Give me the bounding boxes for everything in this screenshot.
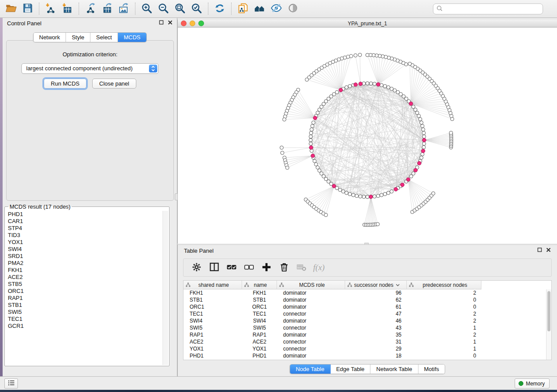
mcds-result-item[interactable]: ORC1 — [8, 288, 169, 295]
cell-successor-nodes[interactable]: 18 — [345, 352, 407, 359]
search-box[interactable] — [433, 3, 543, 14]
cell-name[interactable]: FKH1 — [242, 289, 277, 296]
float-panel-icon[interactable] — [159, 20, 164, 26]
mcds-result-item[interactable]: TEC1 — [8, 316, 169, 323]
mcds-result-item[interactable]: GCR1 — [8, 323, 169, 330]
import-network-button[interactable] — [42, 1, 59, 16]
cell-name[interactable]: ORC1 — [242, 303, 277, 310]
mcds-result-item[interactable]: STB5 — [8, 281, 169, 288]
mcds-result-item[interactable]: YOX1 — [8, 239, 169, 246]
cell-predecessor-nodes[interactable]: 2 — [407, 289, 481, 296]
cell-MCDS-role[interactable]: connector — [277, 338, 345, 345]
tab-network[interactable]: Network — [33, 33, 66, 42]
table-row-TEC1[interactable]: TEC1TEC1connector472 — [183, 310, 551, 317]
cell-name[interactable]: ACE2 — [242, 338, 277, 345]
tab-node-table[interactable]: Node Table — [290, 364, 331, 374]
cell-name[interactable]: SWI4 — [242, 317, 277, 324]
show-columns-button[interactable] — [205, 261, 223, 275]
cell-shared-name[interactable]: FKH1 — [183, 289, 242, 296]
cell-shared-name[interactable]: PHD1 — [183, 352, 242, 359]
cell-name[interactable]: SWI5 — [242, 324, 277, 331]
cell-name[interactable]: PHD1 — [242, 352, 277, 359]
cell-shared-name[interactable]: SWI5 — [183, 324, 242, 331]
tab-network-table[interactable]: Network Table — [370, 364, 418, 374]
add-row-button[interactable] — [258, 261, 275, 275]
mcds-result-item[interactable]: SWI5 — [8, 309, 169, 316]
mcds-result-item[interactable]: PHD1 — [8, 211, 169, 218]
cell-predecessor-nodes[interactable]: 0 — [407, 352, 481, 359]
table-row-STB1[interactable]: STB1STB1dominator620 — [183, 296, 551, 303]
mcds-result-item[interactable]: TID3 — [8, 232, 169, 239]
zoom-selected-button[interactable] — [188, 1, 205, 16]
table-row-SWI4[interactable]: SWI4SWI4dominator462 — [183, 317, 551, 324]
cell-successor-nodes[interactable]: 43 — [345, 324, 407, 331]
cell-shared-name[interactable]: STB1 — [183, 296, 242, 303]
column-header-name[interactable]: name — [242, 281, 277, 289]
mcds-result-item[interactable]: PMA2 — [8, 260, 169, 267]
cell-successor-nodes[interactable]: 35 — [345, 331, 407, 338]
deselect-all-button[interactable] — [240, 261, 258, 275]
cell-name[interactable]: TEC1 — [242, 310, 277, 317]
delete-row-button[interactable] — [275, 261, 293, 275]
table-options-button[interactable] — [188, 261, 205, 275]
mcds-result-item[interactable]: STB1 — [8, 302, 169, 309]
save-session-button[interactable] — [19, 1, 36, 16]
table-row-ORC1[interactable]: ORC1ORC1dominator610 — [183, 303, 551, 310]
mcds-result-item[interactable]: FKH1 — [8, 267, 169, 274]
export-network-button[interactable] — [82, 1, 99, 16]
export-image-button[interactable] — [115, 1, 132, 16]
table-row-ACE2[interactable]: ACE2ACE2connector311 — [183, 338, 551, 345]
task-history-button[interactable] — [4, 378, 18, 389]
table-row-SWI5[interactable]: SWI5SWI5connector431 — [183, 324, 551, 331]
float-table-panel-icon[interactable] — [537, 248, 542, 254]
clone-network-button[interactable] — [235, 1, 251, 16]
cell-MCDS-role[interactable]: dominator — [277, 317, 345, 324]
mcds-result-item[interactable]: SRD1 — [8, 253, 169, 260]
cell-successor-nodes[interactable]: 31 — [345, 338, 407, 345]
cell-MCDS-role[interactable]: connector — [277, 324, 345, 331]
open-session-button[interactable] — [3, 1, 19, 16]
cell-shared-name[interactable]: TEC1 — [183, 310, 242, 317]
select-all-button[interactable] — [223, 261, 240, 275]
cell-successor-nodes[interactable]: 61 — [345, 303, 407, 310]
zoom-in-button[interactable] — [138, 1, 155, 16]
tab-mcds[interactable]: MCDS — [118, 33, 146, 42]
first-neighbors-button[interactable] — [251, 1, 268, 16]
refresh-view-button[interactable] — [211, 1, 228, 16]
cell-predecessor-nodes[interactable]: 0 — [407, 303, 481, 310]
hide-selected-button[interactable] — [268, 1, 284, 16]
cell-MCDS-role[interactable]: dominator — [277, 352, 345, 359]
cell-MCDS-role[interactable]: dominator — [277, 296, 345, 303]
run-mcds-button[interactable]: Run MCDS — [44, 79, 86, 89]
cell-predecessor-nodes[interactable]: 2 — [407, 317, 481, 324]
cell-shared-name[interactable]: ORC1 — [183, 303, 242, 310]
search-input[interactable] — [445, 5, 540, 12]
tab-edge-table[interactable]: Edge Table — [330, 364, 370, 374]
close-panel-icon[interactable] — [168, 20, 173, 26]
column-header-MCDS-role[interactable]: MCDS role — [277, 281, 345, 289]
cell-MCDS-role[interactable]: connector — [277, 310, 345, 317]
cell-successor-nodes[interactable]: 46 — [345, 317, 407, 324]
cell-shared-name[interactable]: RAP1 — [183, 331, 242, 338]
column-header-shared-name[interactable]: shared name — [183, 281, 242, 289]
tab-style[interactable]: Style — [66, 33, 90, 42]
table-panel-titlebar[interactable]: Table Panel — [178, 245, 557, 256]
cell-predecessor-nodes[interactable]: 2 — [407, 331, 481, 338]
mcds-result-item[interactable]: CAR1 — [8, 218, 169, 225]
table-row-YOX1[interactable]: YOX1YOX1connector291 — [183, 345, 551, 352]
export-table-button[interactable] — [99, 1, 115, 16]
mcds-result-item[interactable]: RAP1 — [8, 295, 169, 302]
table-scrollbar-thumb[interactable] — [547, 291, 550, 331]
cell-shared-name[interactable]: SWI4 — [183, 317, 242, 324]
criterion-select[interactable]: largest connected component (undirected) — [21, 63, 159, 74]
cell-predecessor-nodes[interactable]: 1 — [407, 324, 481, 331]
control-panel-titlebar[interactable]: Control Panel — [3, 18, 177, 28]
cell-shared-name[interactable]: ACE2 — [183, 338, 242, 345]
mcds-result-item[interactable]: ACE2 — [8, 274, 169, 281]
zoom-out-button[interactable] — [155, 1, 172, 16]
mcds-list-scrollbar[interactable] — [163, 211, 168, 365]
cell-MCDS-role[interactable]: connector — [277, 345, 345, 352]
import-table-button[interactable] — [59, 1, 76, 16]
cell-MCDS-role[interactable]: dominator — [277, 289, 345, 296]
tab-motifs[interactable]: Motifs — [418, 364, 445, 374]
